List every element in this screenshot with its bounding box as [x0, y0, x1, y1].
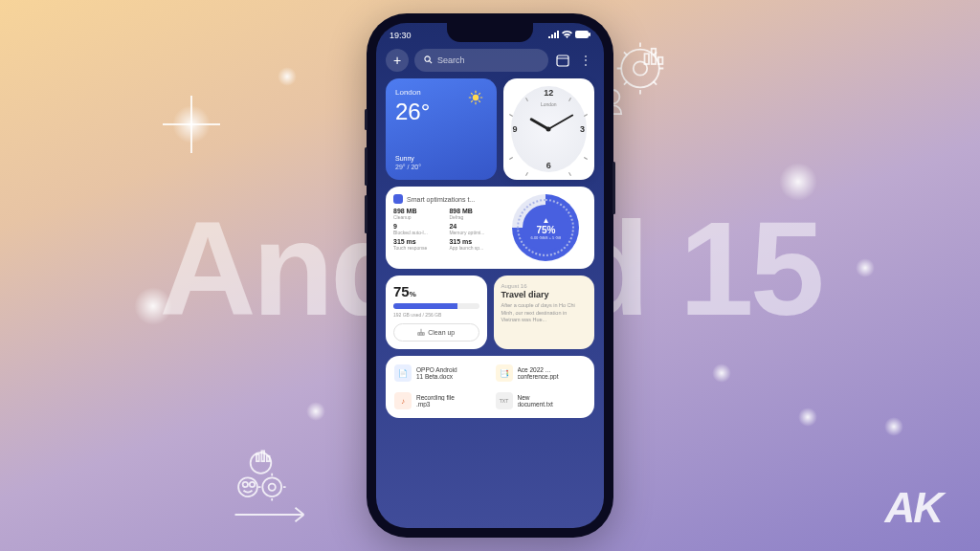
stat-value: 24	[449, 223, 499, 230]
stat-value: 315 ms	[393, 238, 443, 245]
stat-item: 315 msTouch response	[393, 238, 443, 251]
wifi-icon	[562, 31, 572, 40]
file-name: Ace 2022 ...	[518, 366, 587, 373]
note-body: After a couple of days in Ho Chi Minh, o…	[501, 302, 588, 324]
optimization-widget[interactable]: Smart optimizations t... 898 MBCleanup89…	[386, 187, 594, 269]
note-widget[interactable]: August 16 Travel diary After a couple of…	[494, 276, 595, 349]
storage-bar	[393, 303, 479, 309]
file-ext: 11 Beta.docx	[416, 373, 485, 380]
stat-value: 898 MB	[393, 208, 443, 214]
stat-label: Defrag	[449, 214, 499, 220]
svg-point-10	[238, 477, 257, 496]
storage-detail: 192 GB used / 256 GB	[393, 312, 479, 318]
svg-rect-2	[645, 54, 650, 64]
stat-value: 315 ms	[449, 238, 499, 245]
svg-line-28	[479, 93, 480, 95]
stat-value: 898 MB	[449, 208, 499, 214]
svg-rect-15	[575, 31, 589, 38]
svg-rect-9	[267, 456, 270, 461]
clock-9: 9	[513, 124, 518, 134]
stat-label: Memory optimi...	[449, 230, 499, 235]
svg-rect-19	[557, 55, 568, 66]
files-widget[interactable]: 📄OPPO Android11 Beta.docx📑Ace 2022 ...co…	[386, 356, 594, 418]
stat-label: Cleanup	[393, 214, 443, 220]
broom-icon	[417, 328, 425, 337]
optimization-gauge: ▲ 75% 6.00 GB/8 + 5 GB	[512, 194, 579, 261]
optimization-title: Smart optimizations t...	[407, 196, 475, 203]
stat-value: 9	[393, 223, 443, 230]
notch	[447, 23, 533, 42]
file-type-icon: ♪	[394, 392, 412, 409]
file-ext: .mp3	[416, 401, 485, 408]
optimization-stats: 898 MBCleanup898 MBDefrag9Blocked auto-l…	[393, 208, 500, 251]
stat-label: Blocked auto-l...	[393, 230, 443, 235]
search-placeholder: Search	[437, 55, 465, 65]
file-type-icon: 📑	[496, 364, 513, 382]
clock-widget[interactable]: London 12 3 6 9	[503, 78, 595, 180]
file-item[interactable]: ♪Recording file.mp3	[391, 389, 488, 412]
weather-widget[interactable]: London 26° Sunny 29° / 20°	[386, 78, 497, 180]
svg-line-27	[479, 100, 480, 102]
svg-rect-3	[652, 49, 657, 64]
stat-item: 9Blocked auto-l...	[393, 223, 443, 235]
file-item[interactable]: TXTNewdocument.txt	[493, 389, 590, 412]
file-ext: conference.ppt	[518, 373, 587, 380]
svg-rect-4	[658, 57, 663, 64]
status-time: 19:30	[390, 31, 412, 40]
optimization-memory: 6.00 GB/8 + 5 GB	[531, 235, 562, 240]
clock-3: 3	[580, 124, 585, 134]
svg-rect-16	[589, 33, 590, 36]
stat-item: 24Memory optimi...	[449, 223, 499, 235]
note-date: August 16	[501, 283, 588, 289]
people-gear-arrow-icon	[230, 446, 335, 532]
search-input[interactable]: Search	[414, 49, 548, 72]
clean-up-label: Clean up	[428, 329, 455, 336]
svg-line-18	[430, 60, 432, 62]
add-button[interactable]: +	[386, 49, 409, 72]
svg-point-13	[262, 477, 281, 496]
weather-condition: Sunny	[395, 155, 421, 162]
file-ext: document.txt	[518, 401, 587, 408]
stat-item: 898 MBDefrag	[449, 208, 499, 220]
file-name: OPPO Android	[416, 366, 485, 373]
svg-line-29	[471, 100, 473, 102]
file-item[interactable]: 📑Ace 2022 ...conference.ppt	[493, 362, 590, 385]
svg-point-11	[243, 482, 248, 487]
stat-item: 898 MBCleanup	[393, 208, 443, 220]
phone-frame: 19:30 + Search	[367, 13, 613, 538]
storage-widget[interactable]: 75% 192 GB used / 256 GB Clean up	[386, 276, 487, 349]
file-type-icon: TXT	[496, 392, 513, 409]
stat-label: App launch sp...	[449, 245, 499, 251]
signal-icon	[548, 31, 559, 40]
svg-point-14	[269, 484, 276, 491]
storage-percent: 75%	[393, 283, 479, 299]
phone-screen: 19:30 + Search	[376, 23, 604, 528]
svg-point-21	[472, 95, 478, 100]
sun-icon	[468, 90, 483, 105]
logo: AK	[884, 484, 942, 532]
stat-item: 315 msApp launch sp...	[449, 238, 499, 251]
svg-point-17	[425, 55, 430, 60]
clock-12: 12	[544, 88, 553, 98]
file-type-icon: 📄	[394, 364, 412, 382]
file-name: Recording file	[416, 394, 485, 401]
optimization-percent: 75%	[536, 225, 555, 235]
more-icon[interactable]: ⋮	[577, 52, 594, 69]
svg-rect-7	[256, 454, 259, 461]
file-name: New	[518, 394, 587, 401]
clean-up-button[interactable]: Clean up	[393, 323, 479, 342]
search-icon	[424, 55, 433, 66]
svg-point-12	[250, 482, 255, 487]
calendar-icon[interactable]	[554, 52, 571, 69]
clock-label: London	[541, 101, 557, 107]
optimization-app-icon	[393, 194, 403, 204]
note-title: Travel diary	[501, 290, 588, 299]
file-item[interactable]: 📄OPPO Android11 Beta.docx	[391, 362, 488, 385]
battery-icon	[575, 31, 590, 40]
rocket-icon: ▲	[542, 216, 549, 225]
weather-range: 29° / 20°	[395, 164, 421, 170]
stat-label: Touch response	[393, 245, 443, 251]
svg-line-26	[471, 93, 473, 95]
clock-6: 6	[546, 161, 551, 170]
